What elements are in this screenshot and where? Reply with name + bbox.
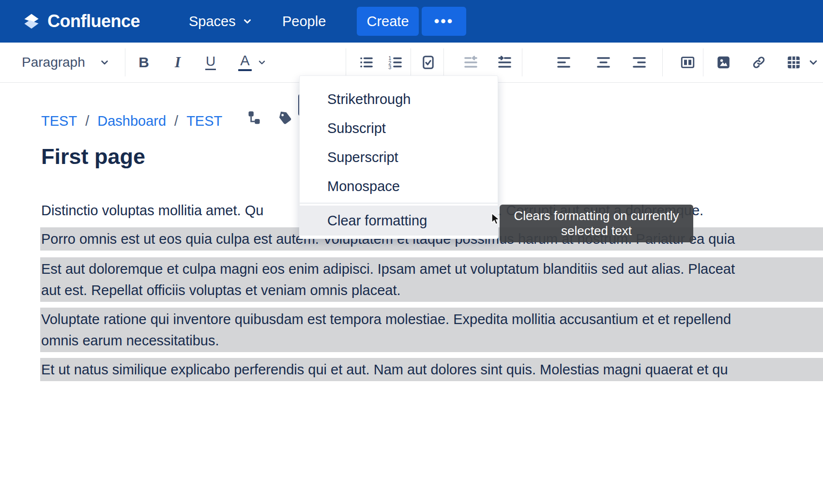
selected-text-line: Voluptate ratione qui inventore quibusda… [41,309,823,330]
selected-paragraph[interactable]: Voluptate ratione qui inventore quibusda… [40,308,823,352]
task-list-button[interactable] [416,55,440,70]
align-center-button[interactable] [592,55,615,70]
label-tag-icon[interactable] [277,110,293,126]
indent-icon [497,55,512,70]
breadcrumb-link-space[interactable]: TEST [41,113,77,129]
toolbar-divider [522,48,522,76]
toolbar-divider [125,48,125,76]
selected-text-line: omnis earum necessitatibus. [41,330,823,351]
text-color-icon: A [238,54,252,71]
mouse-cursor-icon [491,213,503,226]
align-center-icon [596,55,611,70]
toolbar-divider [443,48,444,76]
tooltip-line: Clears formatting on currently [503,208,690,223]
selected-text-line: aut est. Repellat officiis voluptas et v… [41,280,823,301]
breadcrumb-link-dashboard[interactable]: Dashboard [97,113,166,129]
selected-paragraph[interactable]: Et ut natus similique explicabo perferen… [40,358,823,381]
numbered-list-icon: 1 2 3 [388,55,403,70]
nav-spaces-label: Spaces [189,14,236,30]
toolbar-divider [703,48,703,76]
bold-button[interactable]: B [132,54,156,71]
chevron-down-icon [807,56,820,69]
brand-name: Confluence [47,11,140,31]
align-left-icon [556,55,571,70]
breadcrumb-link-parent[interactable]: TEST [186,113,222,129]
menu-item-monospace[interactable]: Monospace [300,172,498,201]
italic-icon: I [175,54,181,71]
ellipsis-icon: ••• [434,13,454,30]
breadcrumb: TEST / Dashboard / TEST [41,113,222,129]
bold-icon: B [138,54,149,71]
create-button-label: Create [366,14,409,30]
menu-item-subscript[interactable]: Subscript [300,114,498,143]
top-navbar: Confluence Spaces People Create ••• [0,0,823,43]
menu-item-strikethrough[interactable]: Strikethrough [300,85,498,114]
breadcrumb-separator: / [174,113,178,129]
clear-formatting-tooltip: Clears formatting on currently selected … [500,205,693,242]
insert-link-button[interactable] [747,55,770,70]
insert-more-button[interactable] [806,56,821,69]
more-formatting-menu: Strikethrough Subscript Superscript Mono… [299,75,498,239]
task-list-icon [421,55,436,70]
menu-item-clear-formatting[interactable]: Clear formatting [300,206,498,236]
align-right-button[interactable] [627,55,651,70]
image-icon [716,55,731,70]
insert-table-button[interactable] [782,55,805,70]
insert-image-button[interactable] [712,55,735,70]
nav-spaces[interactable]: Spaces [189,0,253,43]
nav-more-button[interactable]: ••• [422,7,466,36]
toolbar-divider [662,48,663,76]
underline-icon: U [205,55,216,70]
indent-button[interactable] [493,55,516,70]
bullet-list-icon [359,55,374,70]
italic-button[interactable]: I [166,54,190,71]
layouts-icon [680,55,695,70]
outdent-icon [463,55,478,70]
toolbar-divider [346,48,346,76]
chevron-down-icon [257,57,267,68]
page-tree-icon[interactable] [247,110,261,125]
align-left-button[interactable] [552,55,575,70]
selected-text-line: Est aut doloremque et culpa magni eos en… [41,258,823,280]
nav-people[interactable]: People [282,0,326,43]
numbered-list-button[interactable]: 1 2 3 [383,55,407,70]
chevron-down-icon [99,57,110,68]
page-title[interactable]: First page [41,144,145,169]
underline-button[interactable]: U [198,55,223,70]
menu-item-superscript[interactable]: Superscript [300,143,498,172]
toolbar-divider [411,48,411,76]
breadcrumb-separator: / [85,113,89,129]
create-button[interactable]: Create [357,7,419,36]
menu-divider [300,203,498,204]
text-style-label: Paragraph [22,55,85,70]
intro-paragraph-left[interactable]: Distinctio voluptas mollitia amet. Qu [41,200,263,221]
bullet-list-button[interactable] [354,55,378,70]
align-right-icon [632,55,647,70]
tooltip-line: selected text [503,223,690,238]
confluence-logo-icon [22,12,41,30]
layouts-button[interactable] [676,55,699,70]
text-color-button[interactable]: A [233,54,272,71]
outdent-button[interactable] [459,55,482,70]
selected-paragraph[interactable]: Est aut doloremque et culpa magni eos en… [40,257,823,302]
link-icon [751,55,766,70]
nav-people-label: People [282,14,326,30]
chevron-down-icon [242,15,253,27]
svg-text:3: 3 [388,64,391,70]
confluence-brand[interactable]: Confluence [22,0,140,43]
text-style-dropdown[interactable]: Paragraph [22,55,119,70]
selected-text-line: Et ut natus similique explicabo perferen… [41,359,823,380]
confluence-app: Confluence Spaces People Create ••• Para… [0,0,823,504]
table-icon [786,55,801,70]
